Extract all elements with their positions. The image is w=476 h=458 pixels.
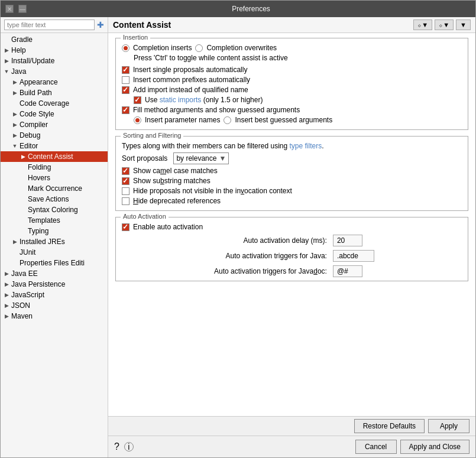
insertion-section: Insertion Completion inserts Completion … <box>115 38 468 130</box>
sidebar-item-maven[interactable]: ▶ Maven <box>1 311 108 321</box>
insert-param-label[interactable]: Insert parameter names <box>145 116 220 124</box>
type-filters-link[interactable]: type filters <box>289 142 322 150</box>
sidebar-item-java-ee[interactable]: ▶ Java EE <box>1 268 108 279</box>
sidebar-item-code-coverage[interactable]: Code Coverage <box>1 98 108 109</box>
restore-defaults-button[interactable]: Restore Defaults <box>354 419 425 433</box>
sidebar-item-mark-occurrence[interactable]: Mark Occurrence <box>1 183 108 194</box>
menu-button[interactable]: ▼ <box>456 20 471 30</box>
tree: Gradle ▶ Help ▶ Install/Update ▼ Java ▶ … <box>1 33 108 457</box>
sidebar-item-typing[interactable]: Typing <box>1 226 108 236</box>
insert-single-label[interactable]: Insert single proposals automatically <box>133 66 247 74</box>
close-button[interactable]: ✕ <box>5 5 14 13</box>
sidebar-item-save-actions[interactable]: Save Actions <box>1 194 108 204</box>
help-icon[interactable]: ? <box>114 441 119 452</box>
bottom-left-icons: ? i <box>114 441 352 452</box>
fill-method-row: Fill method arguments and show guessed a… <box>122 106 462 114</box>
apply-close-button[interactable]: Apply and Close <box>400 440 469 454</box>
insert-best-radio[interactable] <box>224 116 231 124</box>
show-substring-checkbox[interactable] <box>122 177 129 185</box>
show-camel-row: Show camel case matches <box>122 167 462 175</box>
expander-debug: ▶ <box>11 132 18 139</box>
insert-best-label[interactable]: Insert best guessed arguments <box>235 116 332 124</box>
javadoc-triggers-input[interactable] <box>333 265 362 277</box>
java-triggers-label: Auto activation triggers for Java: <box>127 252 327 260</box>
sort-select[interactable]: by relevance ▼ <box>173 152 229 164</box>
completion-inserts-label[interactable]: Completion inserts <box>133 44 192 52</box>
fill-method-label[interactable]: Fill method arguments and show guessed a… <box>133 106 300 114</box>
sidebar-item-hovers[interactable]: Hovers <box>1 173 108 183</box>
enable-auto-label[interactable]: Enable auto activation <box>133 223 203 231</box>
expander-junit <box>11 249 18 256</box>
label-installed-jres: Installed JREs <box>18 237 66 246</box>
completion-overwrites-radio[interactable] <box>195 44 203 52</box>
label-mark-occurrence: Mark Occurrence <box>27 184 83 193</box>
forward-button[interactable]: ⬦▼ <box>435 20 454 30</box>
panel-title: Content Assist <box>113 20 411 30</box>
filter-add-icon[interactable]: ✚ <box>97 20 104 30</box>
hide-deprecated-checkbox[interactable] <box>122 197 129 205</box>
expander-help: ▶ <box>3 47 10 54</box>
sidebar-item-build-path[interactable]: ▶ Build Path <box>1 87 108 98</box>
expander-java-ee: ▶ <box>3 270 10 277</box>
java-triggers-input[interactable] <box>333 250 374 262</box>
window-title: Preferences <box>31 5 471 13</box>
insert-param-radio[interactable] <box>134 116 141 124</box>
label-syntax-coloring: Syntax Coloring <box>27 205 79 215</box>
use-static-checkbox[interactable] <box>134 96 141 104</box>
add-import-checkbox[interactable] <box>122 86 129 94</box>
hide-not-visible-checkbox[interactable] <box>122 187 129 195</box>
sidebar-item-properties-files[interactable]: Properties Files Editi <box>1 258 108 268</box>
sidebar-item-folding[interactable]: Folding <box>1 162 108 173</box>
expander-mark-occurrence <box>20 185 27 192</box>
fill-method-checkbox[interactable] <box>122 106 129 114</box>
insert-single-checkbox[interactable] <box>122 66 129 74</box>
apply-button[interactable]: Apply <box>428 419 469 433</box>
static-imports-link[interactable]: static imports <box>160 96 202 104</box>
add-import-label[interactable]: Add import instead of qualified name <box>133 86 248 94</box>
sidebar-item-installed-jres[interactable]: ▶ Installed JREs <box>1 236 108 247</box>
sidebar-item-appearance[interactable]: ▶ Appearance <box>1 77 108 87</box>
sorting-label: Sorting and Filtering <box>121 132 183 139</box>
enable-auto-checkbox[interactable] <box>122 223 129 231</box>
completion-overwrites-label[interactable]: Completion overwrites <box>206 44 277 52</box>
use-static-row: Use static imports (only 1.5 or higher) <box>134 96 462 104</box>
minimize-button[interactable]: — <box>18 5 27 13</box>
sidebar-item-templates[interactable]: Templates <box>1 215 108 226</box>
label-hovers: Hovers <box>27 173 51 183</box>
insertion-label: Insertion <box>121 34 150 41</box>
label-code-style: Code Style <box>18 109 56 119</box>
delay-input[interactable] <box>333 235 362 246</box>
insert-param-row: Insert parameter names Insert best guess… <box>134 116 462 124</box>
show-camel-checkbox[interactable] <box>122 167 129 175</box>
expander-templates <box>20 217 27 224</box>
sidebar-item-javascript[interactable]: ▶ JavaScript <box>1 290 108 300</box>
sidebar-item-code-style[interactable]: ▶ Code Style <box>1 109 108 119</box>
label-junit: JUnit <box>18 248 37 257</box>
sidebar-item-java[interactable]: ▼ Java <box>1 66 108 77</box>
back-button[interactable]: ⬦▼ <box>413 20 432 30</box>
sidebar-item-content-assist[interactable]: ▶ Content Assist <box>1 151 108 162</box>
sidebar-item-junit[interactable]: JUnit <box>1 247 108 258</box>
sidebar-item-install-update[interactable]: ▶ Install/Update <box>1 56 108 66</box>
hide-deprecated-row: Hide deprecated references <box>122 197 462 205</box>
sidebar-item-editor[interactable]: ▼ Editor <box>1 141 108 151</box>
restore-apply-bar: Restore Defaults Apply <box>108 416 475 436</box>
completion-inserts-radio[interactable] <box>122 44 129 52</box>
insert-common-label[interactable]: Insert common prefixes automatically <box>133 76 250 84</box>
expander-java-persistence: ▶ <box>3 281 10 288</box>
sidebar-item-compiler[interactable]: ▶ Compiler <box>1 119 108 130</box>
sidebar-item-debug[interactable]: ▶ Debug <box>1 130 108 141</box>
cancel-button[interactable]: Cancel <box>355 440 397 454</box>
sidebar-item-json[interactable]: ▶ JSON <box>1 300 108 311</box>
expander-java: ▼ <box>3 68 10 75</box>
expander-install-update: ▶ <box>3 57 10 64</box>
filter-input[interactable] <box>4 20 95 30</box>
auto-activation-label: Auto Activation <box>121 213 169 220</box>
label-help: Help <box>10 46 27 55</box>
info-icon[interactable]: i <box>124 442 134 451</box>
insert-common-checkbox[interactable] <box>122 76 129 84</box>
sidebar-item-syntax-coloring[interactable]: Syntax Coloring <box>1 204 108 215</box>
sidebar-item-java-persistence[interactable]: ▶ Java Persistence <box>1 279 108 290</box>
sidebar-item-gradle[interactable]: Gradle <box>1 34 108 45</box>
sidebar-item-help[interactable]: ▶ Help <box>1 45 108 56</box>
